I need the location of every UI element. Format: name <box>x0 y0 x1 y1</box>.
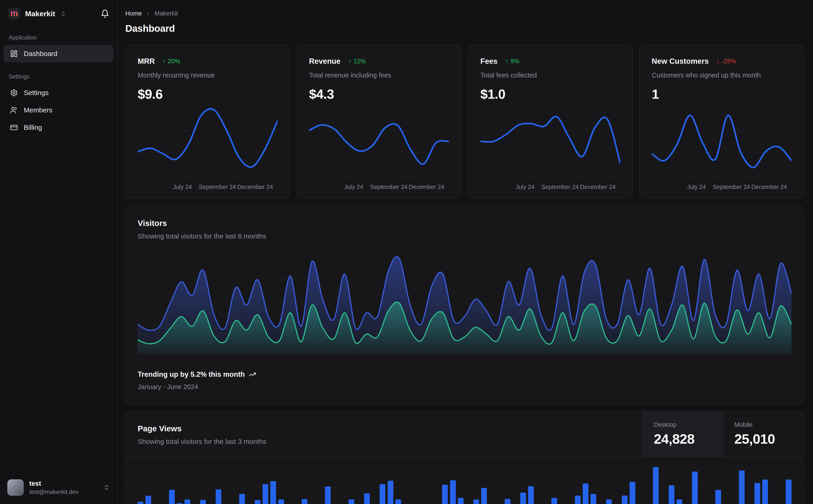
workspace-selector[interactable]: m Makerkit <box>0 0 117 21</box>
nav-group-label-application: Application <box>9 34 113 41</box>
breadcrumb-home-link[interactable]: Home <box>125 10 142 17</box>
trending-up-icon <box>249 371 256 378</box>
bar <box>630 482 635 504</box>
bar <box>622 496 628 504</box>
visitors-title: Visitors <box>138 219 792 228</box>
stat-description: Monthly recurring revenue <box>138 72 278 79</box>
visitors-trend: Trending up by 5.2% this month <box>138 370 792 379</box>
bar <box>200 500 206 504</box>
users-icon <box>10 106 18 114</box>
bar <box>388 481 393 504</box>
bar <box>575 496 581 504</box>
bar <box>395 499 401 504</box>
bar <box>473 499 479 504</box>
stat-title: MRR <box>138 57 155 66</box>
bar <box>755 483 760 504</box>
stat-value: 1 <box>652 86 792 102</box>
toggle-value: 24,828 <box>654 431 712 447</box>
sidebar-item-label: Members <box>24 106 52 114</box>
stat-value: $4.3 <box>309 86 449 102</box>
bar <box>590 494 596 504</box>
x-axis-labels: July 24 September 24 December 24 <box>652 183 792 192</box>
bar <box>325 486 331 504</box>
bar <box>138 502 143 504</box>
bar <box>263 484 268 504</box>
stat-title: New Customers <box>652 57 709 66</box>
bar <box>177 503 182 504</box>
bar <box>762 480 768 504</box>
user-email: test@makerkit.dev <box>29 488 79 496</box>
visitors-subtitle: Showing total visitors for the last 6 mo… <box>138 232 792 240</box>
visitors-card: Visitors Showing total visitors for the … <box>125 205 804 404</box>
bar <box>505 499 510 504</box>
bar <box>364 493 370 504</box>
trend-badge: ↑9% <box>505 58 519 65</box>
avatar <box>7 479 24 496</box>
page-title: Dashboard <box>125 23 804 34</box>
makerkit-logo: m <box>8 8 20 20</box>
trend-badge: ↓-25% <box>717 58 736 65</box>
toggle-mobile[interactable]: Mobile 25,010 <box>723 412 803 456</box>
stat-description: Total revenue including fees <box>309 72 449 79</box>
bar <box>450 480 456 504</box>
stat-card-new-customers: New Customers ↓-25% Customers who signed… <box>640 45 804 199</box>
sidebar-item-members[interactable]: Members <box>4 101 113 119</box>
new-customers-sparkline-chart <box>652 105 792 178</box>
arrow-up-icon: ↑ <box>505 58 509 65</box>
sidebar-item-dashboard[interactable]: Dashboard <box>4 45 113 62</box>
bar <box>255 500 261 504</box>
x-axis-labels: July 24 September 24 December 24 <box>309 183 449 192</box>
x-axis-labels: July 24 September 24 December 24 <box>480 183 620 192</box>
chevrons-up-down-icon <box>60 11 66 17</box>
bar <box>669 485 675 504</box>
sidebar-item-billing[interactable]: Billing <box>4 119 113 136</box>
bar <box>520 493 526 504</box>
app-window: m Makerkit Application Dashboard Setting… <box>0 0 813 504</box>
notifications-bell-icon[interactable] <box>101 9 109 18</box>
bar <box>302 499 307 504</box>
bar <box>715 490 721 504</box>
chevrons-up-down-icon <box>103 484 110 491</box>
toggle-desktop[interactable]: Desktop 24,828 <box>643 412 723 456</box>
gear-icon <box>10 89 18 97</box>
visitors-period: January - June 2024 <box>138 383 792 391</box>
stat-title: Revenue <box>309 57 341 66</box>
trend-badge: ↑12% <box>348 58 366 65</box>
sidebar-item-label: Settings <box>24 89 48 97</box>
sidebar-item-label: Dashboard <box>24 50 57 58</box>
bar <box>551 498 557 504</box>
bar <box>184 499 190 504</box>
bar <box>458 498 464 504</box>
stat-value: $1.0 <box>480 86 620 102</box>
bar <box>216 489 222 504</box>
mrr-sparkline-chart <box>138 105 278 178</box>
arrow-up-icon: ↑ <box>348 58 352 65</box>
bar <box>278 499 284 504</box>
visitors-chart[interactable] <box>138 253 792 354</box>
nav-group-label-settings: Settings <box>9 73 113 80</box>
user-menu[interactable]: test test@makerkit.dev <box>0 473 117 504</box>
x-axis-labels: July 24 September 24 December 24 <box>138 183 278 192</box>
breadcrumb-current: Makerkit <box>154 10 178 17</box>
user-name: test <box>29 480 79 487</box>
sidebar-item-settings[interactable]: Settings <box>4 84 113 101</box>
bar <box>169 490 175 504</box>
pageviews-bars <box>138 457 792 504</box>
bar <box>145 496 151 504</box>
stat-description: Customers who signed up this month <box>652 72 792 79</box>
bar <box>606 499 612 504</box>
toggle-label: Mobile <box>734 421 792 428</box>
bar <box>239 494 245 504</box>
bar <box>528 486 534 504</box>
pageviews-title: Page Views <box>138 424 631 433</box>
stat-card-fees: Fees ↑9% Total fees collected $1.0 July … <box>468 45 633 199</box>
layout-dashboard-icon <box>10 50 18 58</box>
pageviews-chart[interactable] <box>126 457 803 504</box>
bar <box>270 481 276 504</box>
bar <box>739 470 745 504</box>
stat-title: Fees <box>480 57 498 66</box>
logo-letter: m <box>10 9 18 18</box>
fees-sparkline-chart <box>480 105 620 178</box>
bar <box>583 483 588 504</box>
sidebar-nav: Application Dashboard Settings Settings … <box>0 21 117 136</box>
